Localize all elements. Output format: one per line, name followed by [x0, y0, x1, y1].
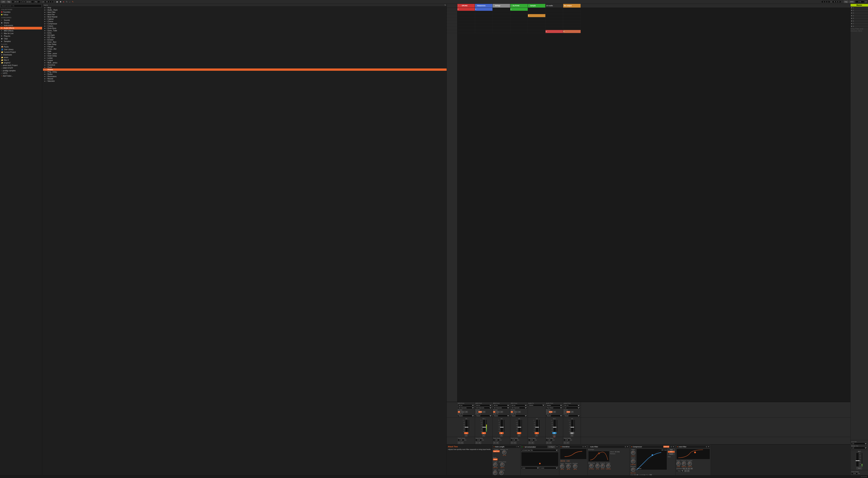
a-btn-0[interactable]: A [458, 442, 460, 444]
release-vel-knob[interactable] [502, 450, 506, 454]
dynamics-knob[interactable] [566, 464, 570, 469]
drive-knob[interactable] [560, 464, 564, 469]
browser-item[interactable]: ▶□Phaser [43, 68, 446, 71]
trigger-value[interactable]: Note On [493, 450, 500, 452]
comp-release-knob[interactable] [631, 468, 635, 472]
audio-to-6[interactable]: Master [546, 415, 563, 417]
fader-track-5[interactable] [553, 420, 556, 432]
clip-cell-6-3[interactable] [510, 27, 528, 30]
clip-cell-4-4[interactable] [528, 21, 546, 24]
overdrive-power[interactable]: ● [560, 446, 562, 448]
browser-item[interactable]: ▶□Compressor [43, 23, 446, 25]
record-quantize[interactable]: 1 Bar [31, 1, 40, 3]
midi-from-ch-3[interactable]: All Channels [493, 407, 510, 409]
sidebar-item-downloads[interactable]: ⬇ Downloads [0, 54, 42, 56]
midi-from-ch-1[interactable]: All Channels [458, 407, 474, 409]
sidebar-item-yellow[interactable]: Yellow [0, 13, 42, 16]
clip-cell-5-3[interactable] [510, 24, 528, 27]
delay-input-6[interactable] [563, 439, 570, 441]
autofilter1-inactive[interactable]: ○ [589, 446, 590, 447]
fader-track-1[interactable] [483, 420, 486, 432]
tal-preset-select[interactable]: LD Acid Saw TAL [521, 449, 558, 451]
master-out-select[interactable]: 1/2 [851, 447, 867, 449]
master-slot-5[interactable]: ▶ 5 [850, 17, 868, 20]
browser-item[interactable]: ▶□Beat Repeat [43, 16, 446, 18]
key-button[interactable]: Key [844, 1, 848, 3]
record-button[interactable]: ● [62, 1, 65, 3]
browser-item[interactable]: ▶□Amp [43, 6, 446, 9]
monitor-auto-1[interactable]: Auto [461, 411, 464, 413]
a-btn-5[interactable]: A [546, 442, 549, 444]
clip-cell-5-6[interactable] [563, 24, 581, 27]
metronome-button[interactable]: ♩ [69, 1, 71, 3]
sidebar-item-max-for-live[interactable]: ⬡ Max for Live [0, 32, 42, 35]
sidebar-item-current-project[interactable]: 📁 Current Project [0, 51, 42, 54]
clip-cell-6-0[interactable] [457, 27, 475, 30]
peak-btn[interactable]: Peak [668, 449, 675, 451]
sidebar-item-midi-effects[interactable]: ≡ MIDI Effects [0, 29, 42, 32]
clip-cell-2-1[interactable] [475, 14, 493, 17]
rms-btn[interactable]: RMS [668, 451, 675, 453]
browser-item[interactable]: ▶□Redux [43, 73, 446, 76]
clip-cell-5-0[interactable] [457, 24, 475, 27]
sidebar-item-amen-test[interactable]: □ amen test1 Project [0, 64, 42, 67]
tal-power[interactable]: ● [523, 446, 524, 448]
compressor-power[interactable]: ● [631, 446, 632, 448]
clip-cell-6-5[interactable] [546, 27, 563, 30]
mode-value[interactable]: Time [493, 458, 497, 460]
midi-from-ch-4[interactable]: All Channels [510, 407, 527, 409]
clip-cell-0-0[interactable]: ▶ [457, 8, 475, 11]
a-btn-4[interactable]: A [528, 442, 531, 444]
master-solo-btn[interactable]: Solo [857, 467, 862, 469]
browser-item[interactable]: ▶□Resonators [43, 76, 446, 78]
browser-item[interactable]: ▶□Limiter [43, 57, 446, 59]
tal-none-2[interactable]: none [540, 467, 559, 469]
midi-from-src-1[interactable]: All Ins [458, 404, 474, 407]
clip-cell-2-3[interactable] [510, 14, 528, 17]
browser-item[interactable]: ▶□Corpus [43, 25, 446, 27]
sidebar-item-add-folder[interactable]: + Add Folder... [0, 74, 42, 77]
solo-btn-4[interactable]: S [535, 434, 538, 437]
compressor-config-icon[interactable]: ⚙ [671, 446, 672, 448]
clip-cell-0-5[interactable] [546, 8, 563, 11]
clip-cell-3-5[interactable] [546, 17, 563, 21]
b-btn-1[interactable]: B [478, 442, 481, 444]
browser-item[interactable]: ▶□Looper [43, 59, 446, 62]
sidebar-item-instruments[interactable]: ♫ Instruments [0, 24, 42, 27]
length-knob[interactable] [493, 462, 497, 467]
fader-track-4[interactable] [536, 420, 538, 432]
note-length-config[interactable]: ? [516, 446, 517, 448]
tal-none-1[interactable]: none [521, 467, 539, 469]
clip-cell-1-2[interactable] [493, 11, 510, 14]
tap-button[interactable]: Tap [6, 1, 11, 3]
q06[interactable]: 6 [685, 468, 687, 469]
clip-cell-3-3[interactable] [510, 17, 528, 21]
audio-to-7[interactable]: Master [563, 415, 580, 417]
browser-item[interactable]: ▶□Auto Pan [43, 13, 446, 16]
clip-cell-5-2[interactable] [493, 24, 510, 27]
delay-input-5[interactable] [546, 439, 552, 441]
master-slot-3[interactable]: ▶ 3 [850, 12, 868, 14]
sidebar-item-packs[interactable]: 📦 Packs [0, 46, 42, 48]
autofilter2-collapse[interactable]: ▼ [708, 446, 710, 448]
clip-play-btn[interactable]: ▶ [546, 31, 547, 32]
freq-knob[interactable] [589, 464, 593, 468]
gate-knob[interactable] [493, 471, 497, 475]
master-delay-input[interactable] [851, 473, 858, 475]
midi-from-src-3[interactable]: All Ins [493, 404, 510, 407]
midi-from-src-4[interactable]: All Ins [510, 404, 527, 407]
browser-item[interactable]: ▶□Overdrive [43, 64, 446, 66]
b-btn-4[interactable]: B [531, 442, 534, 444]
browser-item[interactable]: ▶□EQ Eight [43, 34, 446, 36]
fader-track-0[interactable] [465, 420, 468, 432]
af2-release-knob[interactable] [682, 461, 686, 466]
clip-cell-2-5[interactable] [546, 14, 563, 17]
monitor-in-2[interactable]: In [475, 411, 478, 413]
comp-attack-knob[interactable] [631, 459, 635, 464]
clip-cell-7-3[interactable] [510, 30, 528, 33]
solo-btn-2[interactable]: S [500, 434, 503, 437]
sidebar-item-audio-effects[interactable]: ≋ Audio Effects [0, 27, 42, 29]
clip-cell-1-5[interactable] [546, 11, 563, 14]
clip-cell-5-1[interactable] [475, 24, 493, 27]
audio-to-3[interactable]: Master [493, 415, 510, 417]
